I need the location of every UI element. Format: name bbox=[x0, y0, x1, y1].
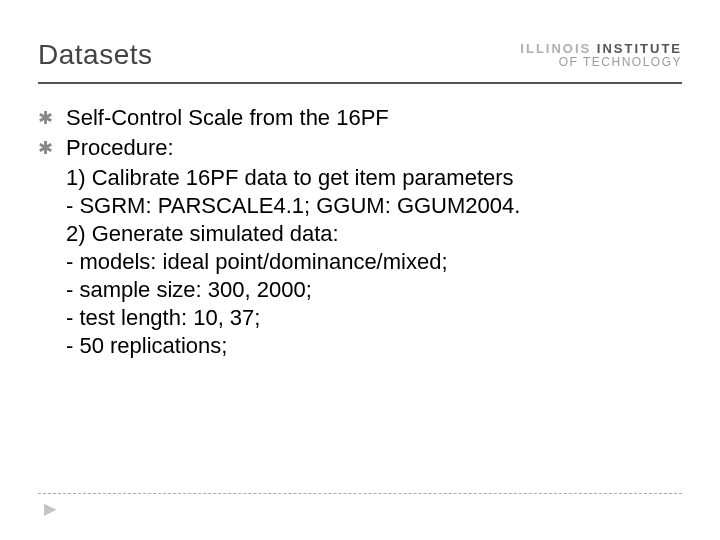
bullet-2-line-4: - models: ideal point/dominance/mixed; bbox=[66, 248, 682, 276]
slide: Datasets ILLINOIS INSTITUTE OF TECHNOLOG… bbox=[0, 0, 720, 540]
header: Datasets ILLINOIS INSTITUTE OF TECHNOLOG… bbox=[38, 30, 682, 80]
bullet-1: ✱ Self-Control Scale from the 16PF bbox=[38, 104, 682, 132]
bullet-2-line-3: 2) Generate simulated data: bbox=[66, 220, 682, 248]
bullet-2-line-2: - SGRM: PARSCALE4.1; GGUM: GGUM2004. bbox=[66, 192, 682, 220]
logo-word-illinois: ILLINOIS bbox=[520, 41, 597, 56]
bullet-1-text: Self-Control Scale from the 16PF bbox=[66, 104, 389, 132]
logo-line-2: OF TECHNOLOGY bbox=[520, 56, 682, 69]
logo-line-1: ILLINOIS INSTITUTE bbox=[520, 42, 682, 56]
body-content: ✱ Self-Control Scale from the 16PF ✱ Pro… bbox=[38, 104, 682, 360]
bullet-2-line-7: - 50 replications; bbox=[66, 332, 682, 360]
bullet-2-line-5: - sample size: 300, 2000; bbox=[66, 276, 682, 304]
slide-title: Datasets bbox=[38, 39, 153, 71]
bullet-2: ✱ Procedure: bbox=[38, 134, 682, 162]
title-underline bbox=[38, 82, 682, 84]
next-arrow-icon: ▶ bbox=[44, 499, 56, 518]
footer-divider bbox=[38, 493, 682, 494]
bullet-marker-icon: ✱ bbox=[38, 134, 66, 162]
iit-logo: ILLINOIS INSTITUTE OF TECHNOLOGY bbox=[520, 42, 682, 68]
bullet-2-text: Procedure: bbox=[66, 134, 174, 162]
bullet-marker-icon: ✱ bbox=[38, 104, 66, 132]
logo-word-institute: INSTITUTE bbox=[597, 41, 682, 56]
bullet-2-line-6: - test length: 10, 37; bbox=[66, 304, 682, 332]
bullet-2-line-1: 1) Calibrate 16PF data to get item param… bbox=[66, 164, 682, 192]
